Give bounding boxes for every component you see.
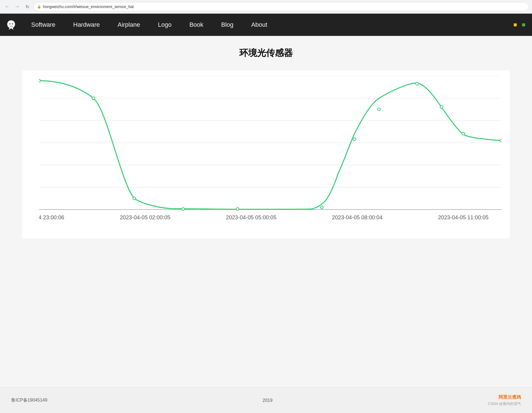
svg-text:2023-04-05 08:00:04: 2023-04-05 08:00:04 <box>332 214 382 220</box>
grid-icon-yellow: ■ <box>511 21 519 29</box>
svg-point-0 <box>9 23 10 24</box>
svg-text:2023-04-05 11:00:05: 2023-04-05 11:00:05 <box>438 214 489 220</box>
footer-csdn: CSDN @屋内的湿气 <box>488 401 521 406</box>
svg-point-33 <box>500 139 501 142</box>
nav-airplane[interactable]: Airplane <box>109 14 149 36</box>
nav-blog[interactable]: Blog <box>212 14 242 36</box>
svg-point-29 <box>378 108 380 111</box>
nav-links: Software Hardware Airplane Logo Book Blo… <box>22 14 511 36</box>
site-logo[interactable] <box>4 18 18 31</box>
grid-icon-green: ■ <box>520 21 528 29</box>
svg-point-31 <box>440 106 443 109</box>
footer-right: 阿里云煮鸡 CSDN @屋内的湿气 <box>488 394 521 406</box>
browser-toolbar: ← → ↻ 🔒 hongweizhu.com/#/weixue_environm… <box>0 0 532 13</box>
address-bar[interactable]: 🔒 hongweizhu.com/#/weixue_environment_se… <box>33 2 529 11</box>
svg-point-1 <box>12 23 13 24</box>
svg-point-27 <box>321 206 323 209</box>
browser-chrome: ← → ↻ 🔒 hongweizhu.com/#/weixue_environm… <box>0 0 532 14</box>
nav-about[interactable]: About <box>242 14 276 36</box>
nav-book[interactable]: Book <box>180 14 212 36</box>
page-title: 环境光传感器 <box>22 47 510 59</box>
nav-extra-icon: ■ ■ <box>511 21 528 29</box>
chart-svg: 0 3 6 9 12 15 18 2023-04-04 23:00:06 202… <box>39 76 501 221</box>
svg-text:2023-04-04 23:00:06: 2023-04-04 23:00:06 <box>39 214 64 220</box>
url-text: hongweizhu.com/#/weixue_environment_sens… <box>43 4 134 9</box>
svg-point-25 <box>182 208 185 210</box>
navbar: Software Hardware Airplane Logo Book Blo… <box>0 14 532 36</box>
nav-software[interactable]: Software <box>22 14 64 36</box>
svg-point-32 <box>462 132 465 135</box>
footer-icp: 鲁ICP备19045149 <box>11 397 47 403</box>
footer-link[interactable]: 阿里云煮鸡 <box>499 394 521 400</box>
svg-text:2023-04-05 05:00:05: 2023-04-05 05:00:05 <box>226 214 276 220</box>
lock-icon: 🔒 <box>37 5 41 9</box>
svg-point-23 <box>92 97 95 100</box>
svg-point-22 <box>39 79 40 82</box>
footer-year: 2019 <box>263 398 273 403</box>
svg-point-28 <box>353 138 356 141</box>
forward-button[interactable]: → <box>13 3 21 11</box>
nav-logo[interactable]: Logo <box>149 14 180 36</box>
refresh-button[interactable]: ↻ <box>23 3 31 11</box>
nav-hardware[interactable]: Hardware <box>64 14 109 36</box>
svg-point-26 <box>236 208 239 210</box>
svg-point-24 <box>133 197 136 200</box>
svg-text:2023-04-05 02:00:05: 2023-04-05 02:00:05 <box>120 214 170 220</box>
svg-point-30 <box>416 82 418 85</box>
main-content: 环境光传感器 0 3 6 9 12 15 18 2023-04-04 23:00… <box>0 36 532 387</box>
chart-container: 0 3 6 9 12 15 18 2023-04-04 23:00:06 202… <box>22 70 510 239</box>
footer: 鲁ICP备19045149 2019 阿里云煮鸡 CSDN @屋内的湿气 <box>0 387 532 413</box>
back-button[interactable]: ← <box>3 3 11 11</box>
